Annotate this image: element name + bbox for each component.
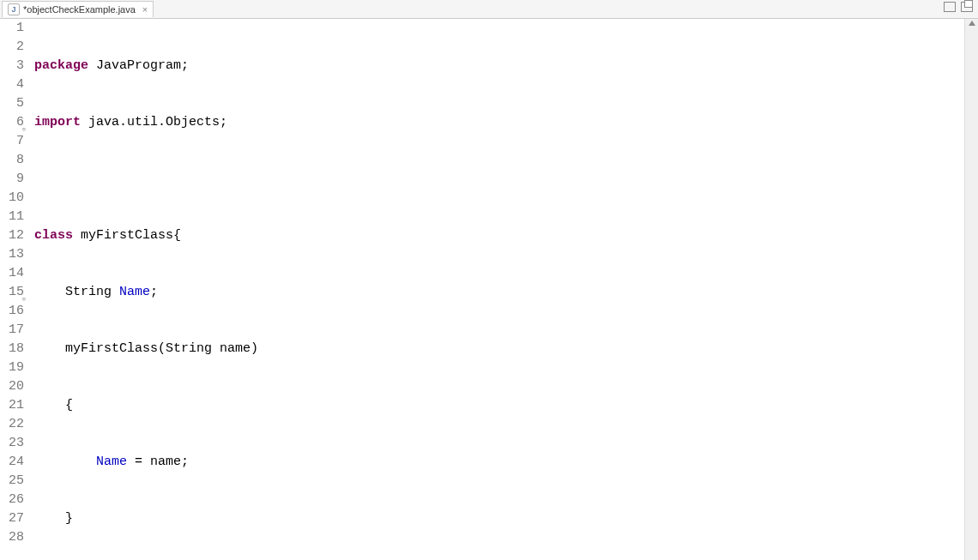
- scroll-up-icon[interactable]: [969, 21, 975, 26]
- java-file-icon: J: [8, 3, 20, 15]
- editor-area: 1 2 3 4 5 6⊖ 7 8 9 10 11 12 13 14 15⊖ 16…: [0, 19, 978, 560]
- line-number: 24: [0, 453, 24, 472]
- line-number: 2: [0, 38, 24, 57]
- line-number: 14: [0, 264, 24, 283]
- code-line: myFirstClass(String name): [34, 340, 978, 358]
- line-number: 15⊖: [0, 283, 24, 302]
- code-line: }: [34, 509, 978, 528]
- line-number: 17: [0, 321, 24, 340]
- line-number: 25: [0, 472, 24, 491]
- line-number: 8: [0, 151, 24, 170]
- code-line: import java.util.Objects;: [34, 113, 978, 132]
- line-number: 22: [0, 415, 24, 434]
- close-tab-icon[interactable]: ×: [142, 4, 148, 15]
- line-number: 16: [0, 302, 24, 321]
- code-line: {: [34, 396, 978, 415]
- code-editor[interactable]: package JavaProgram; import java.util.Ob…: [29, 19, 978, 560]
- line-number: 20: [0, 377, 24, 396]
- vertical-scrollbar[interactable]: [964, 19, 978, 560]
- line-number: 5: [0, 94, 24, 113]
- line-number: 11: [0, 208, 24, 226]
- line-number: 23: [0, 434, 24, 453]
- line-number: 9: [0, 170, 24, 189]
- code-line: class myFirstClass{: [34, 226, 978, 245]
- line-number: 7: [0, 132, 24, 151]
- code-line: Name = name;: [34, 453, 978, 472]
- code-line: String Name;: [34, 283, 978, 302]
- line-number: 13: [0, 245, 24, 264]
- line-number: 1: [0, 19, 24, 38]
- minimize-icon[interactable]: [944, 2, 956, 12]
- line-number: 3: [0, 57, 24, 75]
- line-number: 18: [0, 340, 24, 358]
- line-number: 19: [0, 358, 24, 377]
- editor-tab-bar: J *objectCheckExample.java ×: [0, 0, 978, 19]
- line-number: 26: [0, 491, 24, 509]
- line-number: 4: [0, 75, 24, 94]
- line-number-gutter: 1 2 3 4 5 6⊖ 7 8 9 10 11 12 13 14 15⊖ 16…: [0, 19, 29, 560]
- file-tab[interactable]: J *objectCheckExample.java ×: [2, 1, 154, 17]
- line-number: 21: [0, 396, 24, 415]
- line-number: 10: [0, 189, 24, 208]
- restore-icon[interactable]: [961, 2, 973, 12]
- line-number: 28: [0, 528, 24, 547]
- line-number: 12: [0, 226, 24, 245]
- line-number: 6⊖: [0, 113, 24, 132]
- window-controls: [944, 2, 973, 12]
- code-line: package JavaProgram;: [34, 57, 978, 75]
- tab-filename: *objectCheckExample.java: [23, 4, 136, 15]
- code-line: [34, 170, 978, 189]
- line-number: 27: [0, 509, 24, 528]
